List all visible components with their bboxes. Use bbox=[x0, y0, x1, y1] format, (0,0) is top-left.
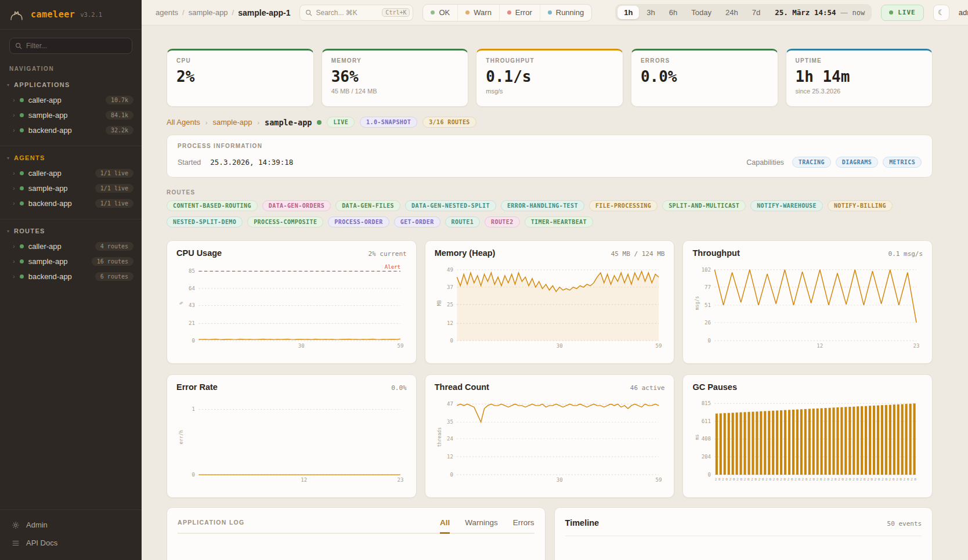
status-filter-label: Running bbox=[556, 8, 584, 17]
breadcrumb-separator: / bbox=[232, 8, 234, 17]
route-chip[interactable]: CONTENT-BASED-ROUTING bbox=[167, 200, 258, 211]
footer-label: API Docs bbox=[26, 539, 57, 547]
section-header-routes[interactable]: ▾ ROUTES bbox=[0, 223, 142, 239]
chevron-right-icon: › bbox=[13, 200, 15, 207]
current-agent: sample-app bbox=[265, 118, 312, 127]
route-chip[interactable]: SPLIT-AND-MULTICAST bbox=[662, 200, 746, 211]
bottom-row: APPLICATION LOG All Warnings Errors Time… bbox=[167, 507, 933, 560]
stat-card-uptime: UPTIME 1h 14m since 25.3.2026 bbox=[786, 49, 933, 107]
range-3h[interactable]: 3h bbox=[640, 6, 661, 19]
route-chip[interactable]: NESTED-SPLIT-DEMO bbox=[167, 216, 243, 227]
chart-throughput: Throughput 0.1 msg/s 1027751260msg/s1223 bbox=[682, 240, 933, 364]
started-value: 25.3.2026, 14:39:18 bbox=[210, 158, 293, 167]
route-chip[interactable]: ERROR-HANDLING-TEST bbox=[501, 200, 584, 211]
section-header-agents[interactable]: ▾ AGENTS bbox=[0, 150, 142, 165]
route-chip[interactable]: ROUTE2 bbox=[485, 216, 520, 227]
range-1h[interactable]: 1h bbox=[617, 6, 639, 19]
status-dot bbox=[20, 274, 24, 279]
chevron-right-icon: › bbox=[13, 112, 15, 118]
app-root: cameleer v3.2.1 NAVIGATION ▾ APPLICATION… bbox=[0, 0, 968, 560]
global-search[interactable]: Ctrl+K bbox=[299, 5, 413, 21]
shortcut-keycap: Ctrl+K bbox=[382, 8, 410, 17]
route-chip[interactable]: FILE-PROCESSING bbox=[589, 200, 658, 211]
route-chip[interactable]: PROCESS-ORDER bbox=[328, 216, 389, 227]
status-dot bbox=[20, 201, 24, 205]
chart-gc-pauses: GC Pauses 8156114082040ms202020202020202… bbox=[682, 374, 933, 498]
svg-text:204: 204 bbox=[702, 454, 711, 460]
svg-text:0: 0 bbox=[708, 338, 711, 343]
sidebar-item-sample-app[interactable]: › sample-app 84.1k bbox=[0, 107, 142, 122]
status-filter-error[interactable]: Error bbox=[499, 5, 540, 21]
status-filter-group: OK Warn Error Running bbox=[422, 4, 592, 21]
topbar: agents / sample-app / sample-app-1 Ctrl+… bbox=[142, 0, 968, 26]
sidebar-item-sample-app-routes[interactable]: › sample-app 16 routes bbox=[0, 254, 142, 269]
sidebar-item-caller-app-routes[interactable]: › caller-app 4 routes bbox=[0, 239, 142, 254]
sidebar-item-api-docs[interactable]: API Docs bbox=[0, 534, 142, 552]
cpu-usage-plot: 856443210%3059Alert bbox=[176, 260, 407, 353]
tab-errors[interactable]: Errors bbox=[513, 518, 534, 534]
sidebar-item-caller-app-agent[interactable]: › caller-app 1/1 live bbox=[0, 165, 142, 180]
route-chip[interactable]: DATA-GEN-FILES bbox=[335, 200, 400, 211]
status-filter-warn[interactable]: Warn bbox=[457, 5, 499, 21]
svg-text:0: 0 bbox=[192, 338, 195, 343]
route-chip[interactable]: NOTIFY-WAREHOUSE bbox=[750, 200, 823, 211]
svg-text:85: 85 bbox=[189, 269, 195, 274]
breadcrumb-sample-app[interactable]: sample-app bbox=[189, 8, 228, 17]
chart-current-value: 46 active bbox=[630, 384, 665, 392]
svg-text:23: 23 bbox=[913, 344, 920, 349]
search-input[interactable] bbox=[316, 9, 378, 17]
range-to-date[interactable]: now bbox=[849, 9, 870, 17]
svg-text:12: 12 bbox=[301, 478, 307, 483]
item-label: caller-app bbox=[28, 169, 62, 178]
sidebar-item-backend-app-routes[interactable]: › backend-app 6 routes bbox=[0, 269, 142, 284]
route-chip[interactable]: GET-ORDER bbox=[394, 216, 440, 227]
section-header-applications[interactable]: ▾ APPLICATIONS bbox=[0, 77, 142, 92]
agent-app-link[interactable]: sample-app bbox=[213, 118, 252, 127]
svg-text:12: 12 bbox=[817, 344, 823, 349]
range-today[interactable]: Today bbox=[685, 6, 718, 19]
stat-card-memory: MEMORY 36% 45 MB / 124 MB bbox=[322, 49, 469, 107]
svg-text:MB: MB bbox=[436, 300, 442, 306]
route-chip[interactable]: DATA-GEN-ORDERS bbox=[262, 200, 331, 211]
sidebar-item-backend-app[interactable]: › backend-app 32.2k bbox=[0, 122, 142, 138]
route-chip[interactable]: ROUTE1 bbox=[445, 216, 481, 227]
stat-card-errors: ERRORS 0.0% bbox=[631, 49, 778, 107]
route-chip[interactable]: TIMER-HEARTBEAT bbox=[525, 216, 593, 227]
sidebar-item-backend-app-agent[interactable]: › backend-app 1/1 live bbox=[0, 196, 142, 211]
time-range-group: 1h 3h 6h Today 24h 7d 25. März 14:54 — n… bbox=[615, 4, 872, 21]
sidebar-item-admin[interactable]: Admin bbox=[0, 516, 142, 534]
all-agents-link[interactable]: All Agents bbox=[167, 118, 200, 127]
sidebar-item-caller-app[interactable]: › caller-app 10.7k bbox=[0, 92, 142, 107]
sidebar-item-sample-app-agent[interactable]: › sample-app 1/1 live bbox=[0, 180, 142, 196]
timeline-title: Timeline bbox=[565, 518, 599, 528]
range-6h[interactable]: 6h bbox=[663, 6, 684, 19]
range-24h[interactable]: 24h bbox=[719, 6, 745, 19]
stat-value: 0.0% bbox=[641, 68, 768, 85]
svg-text:37: 37 bbox=[447, 284, 453, 290]
route-chip[interactable]: DATA-GEN-NESTED-SPLIT bbox=[405, 200, 496, 211]
breadcrumb-agents[interactable]: agents bbox=[156, 8, 178, 17]
sidebar-filter[interactable] bbox=[9, 38, 132, 54]
error-dot bbox=[507, 10, 511, 15]
chart-title: Memory (Heap) bbox=[435, 248, 496, 258]
live-badge[interactable]: LIVE bbox=[881, 5, 924, 21]
route-chip[interactable]: PROCESS-COMPOSITE bbox=[247, 216, 323, 227]
route-chip[interactable]: NOTIFY-BILLING bbox=[828, 200, 893, 211]
tab-all[interactable]: All bbox=[440, 518, 450, 534]
status-filter-running[interactable]: Running bbox=[540, 5, 591, 21]
range-from-date[interactable]: 25. März 14:54 bbox=[768, 8, 839, 17]
svg-text:12: 12 bbox=[447, 320, 453, 326]
range-7d[interactable]: 7d bbox=[746, 6, 767, 19]
theme-toggle-button[interactable]: ☾ bbox=[933, 5, 949, 21]
chevron-right-icon: › bbox=[13, 185, 15, 192]
status-filter-ok[interactable]: OK bbox=[423, 5, 457, 21]
stat-value: 2% bbox=[176, 68, 304, 85]
ok-dot bbox=[431, 10, 435, 15]
filter-input[interactable] bbox=[26, 42, 127, 50]
item-label: sample-app bbox=[28, 111, 68, 120]
svg-text:0: 0 bbox=[450, 472, 453, 477]
tab-warnings[interactable]: Warnings bbox=[465, 518, 498, 534]
item-badge: 84.1k bbox=[106, 111, 133, 120]
footer-label: Admin bbox=[26, 521, 48, 529]
svg-text:47: 47 bbox=[447, 402, 453, 407]
